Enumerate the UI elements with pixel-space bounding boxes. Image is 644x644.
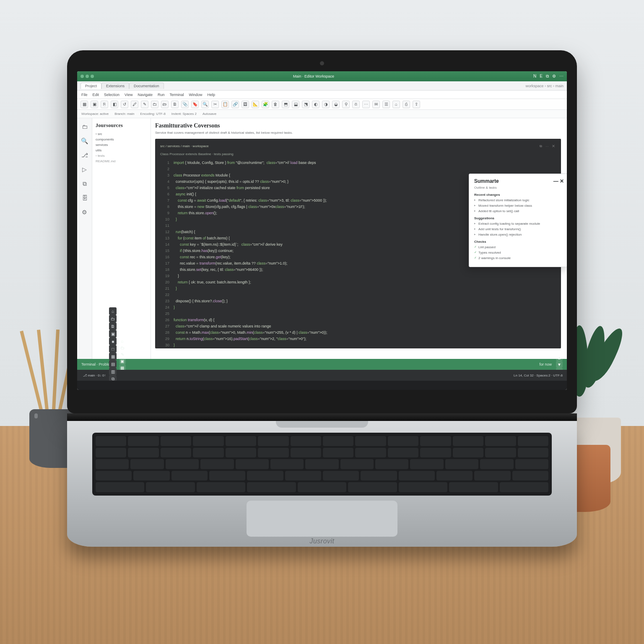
explorer-item[interactable]: services (96, 142, 147, 148)
bottombar-icon[interactable]: ⌂ (109, 307, 117, 315)
code-line[interactable]: 23 dispose() { this.store?.close(); } (160, 298, 556, 304)
toolbar-button[interactable]: ✉ (372, 101, 380, 108)
toolbar-button[interactable]: 🧩 (262, 101, 269, 108)
cursor-position[interactable]: Ln 14, Col 32 · Spaces:2 · UTF-8 (514, 374, 563, 377)
status-icon[interactable]: ⌂ (119, 338, 126, 344)
summary-item[interactable]: Added ttl option to set() call (474, 208, 564, 214)
settings-icon[interactable]: ⚙ (80, 208, 89, 216)
bottombar-icon[interactable]: 🗎 (109, 322, 117, 330)
summary-item[interactable]: Refactored store initialization logic (474, 197, 564, 203)
toolbar-button[interactable]: ⬒ (282, 101, 289, 108)
toolbar-button[interactable]: ⬔ (302, 101, 309, 108)
tab-extensions[interactable]: Extensions (101, 83, 129, 89)
debug-icon[interactable]: ▷ (80, 165, 89, 174)
menu-selection[interactable]: Selection (104, 93, 119, 97)
editor-window-controls[interactable]: ⧉ ⋯ ✕ (540, 143, 556, 149)
explorer-item[interactable]: components (96, 137, 147, 142)
code-line[interactable]: 1import { Module, Config, Store } from "… (160, 160, 556, 166)
subtool-item[interactable]: Branch: main (114, 112, 134, 116)
menu-terminal[interactable]: Terminal (169, 93, 184, 97)
toolbar-button[interactable]: 🖉 (131, 101, 138, 108)
menu-view[interactable]: View (125, 93, 132, 97)
toolbar-button[interactable]: 🔍 (201, 101, 209, 108)
summary-item[interactable]: Extract config loading to separate modul… (474, 221, 564, 226)
toolbar-button[interactable]: 🗀 (151, 101, 158, 108)
source-control-icon[interactable]: ⎇ (80, 151, 89, 159)
explorer-panel[interactable]: Joursources › src components services ut… (92, 118, 151, 359)
extensions-icon[interactable]: ⧉ (80, 179, 89, 188)
bottombar-icon[interactable]: ▥ (109, 368, 117, 375)
code-line[interactable]: 30} (160, 342, 556, 348)
status-right-icon[interactable]: ▼ (556, 361, 563, 368)
toolbar-button[interactable]: ☰ (382, 101, 390, 108)
code-line[interactable]: 28 const n = Math.max(class="num">0, Mat… (160, 330, 556, 336)
bottombar-icon[interactable]: 🗀 (109, 315, 117, 322)
summary-item[interactable]: Handle store.open() rejection (474, 232, 564, 237)
code-line[interactable]: 2 (160, 166, 556, 172)
titlebar-icon[interactable]: N (533, 74, 536, 79)
toolbar-button[interactable]: ⋯ (362, 101, 370, 108)
toolbar-button[interactable]: ⌂ (392, 101, 400, 108)
toolbar-button[interactable]: ⎘ (101, 101, 108, 108)
toolbar-button[interactable]: ⇪ (413, 101, 420, 108)
code-line[interactable]: 25 (160, 311, 556, 317)
summary-panel[interactable]: Summarte — ✕ Outline & tasks Recent chan… (469, 174, 567, 267)
toolbar-button[interactable]: 🗎 (171, 101, 179, 108)
explorer-item[interactable]: utils (96, 148, 147, 153)
bottombar-icon[interactable]: ▣ (109, 330, 117, 338)
menu-navigate[interactable]: Navigate (138, 93, 153, 97)
toolbar-button[interactable]: 📎 (181, 101, 189, 108)
bottombar-icon[interactable]: □ (109, 345, 117, 353)
subtool-item[interactable]: Indent: Spaces 2 (171, 112, 197, 116)
toolbar-button[interactable]: 🗑 (272, 101, 279, 108)
toolbar-button[interactable]: ◑ (322, 101, 330, 108)
tab-project[interactable]: Project (80, 83, 101, 89)
menu-edit[interactable]: Edit (93, 93, 99, 97)
toolbar-button[interactable]: 🔗 (231, 101, 239, 108)
code-line[interactable]: 19 } (160, 273, 556, 279)
window-titlebar[interactable]: Main · Editor Workspace NE⧉⚙⋯ (77, 71, 567, 81)
explorer-item[interactable]: › src (96, 131, 147, 137)
toolbar-button[interactable]: ✎ (141, 101, 148, 108)
summary-item[interactable]: Lint passed (474, 244, 564, 250)
menu-run[interactable]: Run (158, 93, 165, 97)
window-controls[interactable] (80, 75, 94, 78)
toolbar-button[interactable]: ⛭ (352, 101, 360, 108)
toolbar-button[interactable]: 📋 (221, 101, 229, 108)
toolbar-button[interactable]: 🖼 (242, 101, 249, 108)
explorer-item[interactable]: › tests (96, 153, 147, 158)
code-line[interactable]: 26function transform(v, d) { (160, 317, 556, 323)
summary-item[interactable]: 2 warnings in console (474, 255, 564, 261)
titlebar-icon[interactable]: ⚙ (552, 74, 556, 79)
menu-file[interactable]: File (81, 93, 88, 97)
menu-window[interactable]: Window (189, 93, 202, 97)
toolbar-button[interactable]: 🔖 (191, 101, 199, 108)
toolbar-button[interactable]: ↺ (121, 101, 128, 108)
status-icon[interactable]: 🗀 (119, 344, 126, 351)
explorer-item[interactable]: README.md (96, 158, 147, 164)
toolbar-button[interactable]: ⎙ (402, 101, 410, 108)
bottombar-icon[interactable]: ▤ (109, 360, 117, 368)
tab-documentation[interactable]: Documentation (129, 83, 164, 89)
files-icon[interactable]: 🗀 (80, 122, 89, 131)
code-line[interactable]: 27 class="cm">// clamp and scale numeric… (160, 323, 556, 330)
toolbar-button[interactable]: ◧ (111, 101, 118, 108)
search-icon[interactable]: 🔍 (80, 137, 89, 145)
toolbar-button[interactable]: ▦ (80, 101, 88, 108)
toolbar-button[interactable]: ◐ (312, 101, 319, 108)
toolbar-button[interactable]: ⬓ (292, 101, 299, 108)
summary-close[interactable]: — ✕ (553, 178, 564, 184)
summary-item[interactable]: Moved transform helper below class (474, 203, 564, 208)
titlebar-icon[interactable]: ⧉ (546, 74, 549, 79)
subtool-item[interactable]: Workspace: active (81, 112, 109, 116)
breadcrumb[interactable]: workspace › src › main (525, 84, 564, 88)
toolbar-button[interactable]: ◒ (332, 101, 340, 108)
bottombar-icon[interactable]: ■ (109, 338, 117, 345)
code-line[interactable]: 29 return n.toString(class="num">16).pad… (160, 336, 556, 342)
titlebar-icon[interactable]: E (540, 74, 543, 79)
status-right-icon[interactable]: ▲ (556, 354, 563, 361)
summary-item[interactable]: Add unit tests for transform() (474, 226, 564, 232)
status-icon[interactable]: ✎ (119, 351, 126, 358)
code-line[interactable]: 21 } (160, 286, 556, 292)
os-taskbar[interactable] (77, 381, 567, 390)
